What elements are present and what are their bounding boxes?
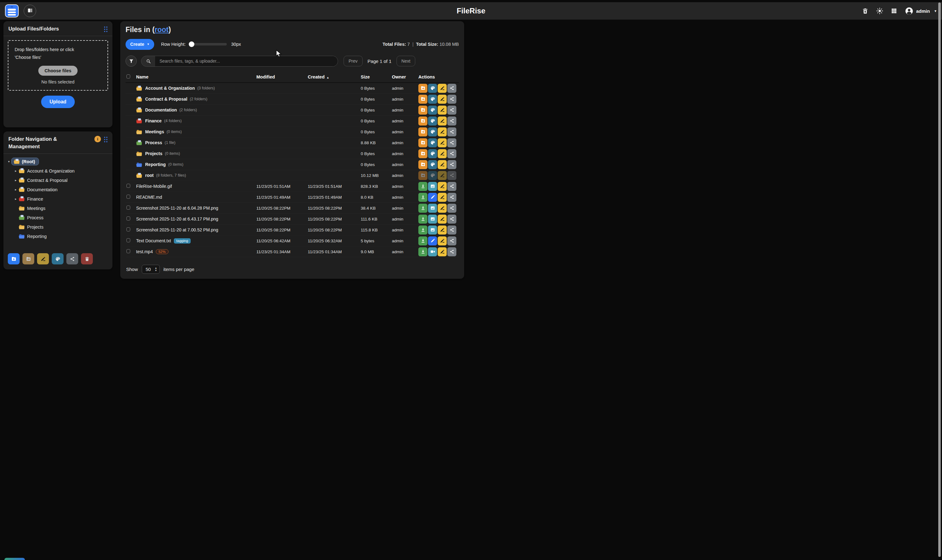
filter-button[interactable]: [126, 55, 137, 67]
item-name[interactable]: test.mp4: [136, 249, 153, 254]
image-action-button[interactable]: [428, 226, 437, 234]
share-action-button[interactable]: [447, 138, 456, 147]
palette-action-button[interactable]: [428, 160, 437, 169]
rename-action-button[interactable]: [438, 149, 447, 158]
create-button[interactable]: Create▼: [126, 39, 154, 50]
folder-row-process[interactable]: Process(1 file)8.88 KBadmin: [126, 137, 459, 148]
info-icon[interactable]: i: [94, 136, 101, 142]
rename-action-button[interactable]: [438, 215, 447, 224]
folder-row-documentation[interactable]: Documentation(2 folders)0 Bytesadmin: [126, 105, 459, 115]
move-action-button[interactable]: [419, 138, 427, 147]
file-row-filerise-mobile-gif[interactable]: FileRise-Mobile.gif11/23/25 01:51AM11/23…: [126, 181, 459, 192]
row-checkbox[interactable]: [126, 238, 130, 242]
download-action-button[interactable]: [419, 247, 427, 256]
drag-handle-icon[interactable]: [104, 135, 108, 142]
item-name[interactable]: Reporting: [145, 162, 166, 167]
edit-action-button[interactable]: [428, 193, 437, 202]
caret-open-icon[interactable]: ▾: [6, 160, 11, 163]
file-row-screenshot-2025-11-20-at-6-43-17-pm-png[interactable]: Screenshot 2025-11-20 at 6.43.17 PM.png1…: [126, 214, 459, 225]
share-action-button[interactable]: [447, 95, 456, 104]
sidebar-toggle-button[interactable]: [24, 5, 36, 17]
rename-action-button[interactable]: [438, 204, 447, 213]
download-action-button[interactable]: [419, 215, 427, 224]
item-name[interactable]: root: [145, 173, 154, 178]
item-name[interactable]: FileRise-Mobile.gif: [136, 184, 172, 189]
tree-item-process[interactable]: Process: [6, 213, 109, 222]
share-action-button[interactable]: [447, 149, 456, 158]
row-checkbox[interactable]: [126, 228, 130, 231]
share-action-button[interactable]: [447, 204, 456, 213]
tree-item-finance[interactable]: ▸ Finance: [6, 194, 109, 204]
palette-action-button[interactable]: [428, 128, 437, 137]
share-action-button[interactable]: [447, 128, 456, 137]
item-name[interactable]: Screenshot 2025-11-20 at 6.04.28 PM.png: [136, 206, 219, 211]
folder-row-finance[interactable]: Finance(4 folders)0 Bytesadmin: [126, 115, 459, 126]
folder-row-root[interactable]: root(8 folders, 7 files)10.12 MBadmin: [126, 170, 459, 181]
color-folder-button[interactable]: [52, 253, 63, 265]
move-action-button[interactable]: [419, 128, 427, 137]
share-action-button[interactable]: [447, 182, 456, 191]
file-row-test-mp4[interactable]: test.mp452%11/23/25 01:34AM11/23/25 01:3…: [126, 246, 459, 257]
palette-action-button[interactable]: [428, 95, 437, 104]
palette-action-button[interactable]: [428, 149, 437, 158]
rename-action-button[interactable]: [438, 236, 447, 245]
share-action-button[interactable]: [447, 215, 456, 224]
delete-folder-button[interactable]: [81, 253, 93, 265]
share-action-button[interactable]: [447, 160, 456, 169]
video-action-button[interactable]: [428, 247, 437, 256]
row-checkbox[interactable]: [126, 195, 130, 199]
download-action-button[interactable]: [419, 182, 427, 191]
move-action-button[interactable]: [419, 106, 427, 115]
column-header-owner[interactable]: Owner: [392, 74, 419, 79]
column-header-name[interactable]: Name: [136, 74, 256, 79]
tree-item-meetings[interactable]: Meetings: [6, 204, 109, 213]
image-action-button[interactable]: [428, 204, 437, 213]
rename-action-button[interactable]: [438, 117, 447, 126]
move-action-button[interactable]: [419, 84, 427, 93]
palette-action-button[interactable]: [428, 84, 437, 93]
caret-closed-icon[interactable]: ▸: [13, 197, 18, 201]
row-checkbox[interactable]: [126, 206, 130, 209]
tree-item-contract-proposal[interactable]: ▸ Contract & Proposal: [6, 176, 109, 185]
item-name[interactable]: Process: [145, 140, 162, 145]
share-action-button[interactable]: [447, 106, 456, 115]
item-name[interactable]: Contract & Proposal: [145, 97, 187, 102]
create-folder-button[interactable]: [8, 253, 20, 265]
rename-action-button[interactable]: [438, 95, 447, 104]
item-name[interactable]: Meetings: [145, 129, 164, 134]
download-action-button[interactable]: [419, 204, 427, 213]
select-all-checkbox[interactable]: [126, 74, 130, 78]
folder-row-meetings[interactable]: Meetings(0 items)0 Bytesadmin: [126, 126, 459, 137]
move-action-button[interactable]: [419, 95, 427, 104]
rename-action-button[interactable]: [438, 226, 447, 234]
share-action-button[interactable]: [447, 84, 456, 93]
edit-action-button[interactable]: [428, 236, 437, 245]
rename-action-button[interactable]: [438, 128, 447, 137]
download-action-button[interactable]: [419, 226, 427, 234]
rename-action-button[interactable]: [438, 106, 447, 115]
download-action-button[interactable]: [419, 193, 427, 202]
share-action-button[interactable]: [447, 117, 456, 126]
file-row-screenshot-2025-11-20-at-7-00-52-pm-png[interactable]: Screenshot 2025-11-20 at 7.00.52 PM.png1…: [126, 225, 459, 235]
share-action-button[interactable]: [447, 193, 456, 202]
file-row-text-document-txt[interactable]: Text Document.txttagging11/20/25 06:42AM…: [126, 235, 459, 246]
prev-page-button[interactable]: Prev: [343, 56, 363, 66]
tree-item-account-organization[interactable]: ▸ Account & Organization: [6, 166, 109, 176]
items-per-page-select[interactable]: 50 ▲▼: [142, 265, 160, 274]
root-breadcrumb-link[interactable]: root: [154, 26, 169, 34]
move-action-button[interactable]: [419, 117, 427, 126]
rename-folder-button[interactable]: [37, 253, 49, 265]
row-checkbox[interactable]: [126, 249, 130, 253]
share-action-button[interactable]: [447, 247, 456, 256]
palette-action-button[interactable]: [428, 138, 437, 147]
move-folder-button[interactable]: [22, 253, 34, 265]
folder-row-contract-proposal[interactable]: Contract & Proposal(2 folders)0 Bytesadm…: [126, 94, 459, 105]
item-name[interactable]: Projects: [145, 151, 162, 156]
next-page-button[interactable]: Next: [397, 56, 416, 66]
tree-item--root-[interactable]: ▾ (Root): [6, 157, 109, 166]
rename-action-button[interactable]: [438, 138, 447, 147]
column-header-modified[interactable]: Modified: [256, 74, 308, 79]
palette-action-button[interactable]: [428, 117, 437, 126]
download-action-button[interactable]: [419, 236, 427, 245]
item-name[interactable]: Account & Organization: [145, 86, 195, 91]
